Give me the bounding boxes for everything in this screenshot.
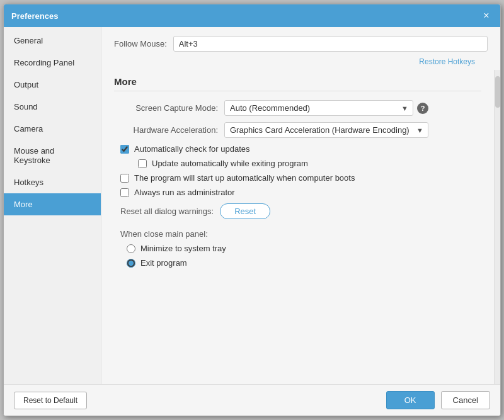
- dialog-title: Preferences: [11, 11, 58, 21]
- reset-dialog-button[interactable]: Reset: [220, 203, 270, 219]
- more-section: More Screen Capture Mode: Auto (Recommen…: [101, 70, 494, 285]
- reset-dialog-row: Reset all dialog warnings: Reset: [120, 203, 481, 219]
- hardware-acceleration-row: Hardware Acceleration: Graphics Card Acc…: [114, 122, 481, 138]
- hardware-acceleration-label: Hardware Acceleration:: [114, 125, 224, 135]
- scrollbar-thumb[interactable]: [495, 76, 500, 108]
- content-area: Follow Mouse: Restore Hotkeys More Scree…: [101, 27, 500, 384]
- startup-checkbox[interactable]: [120, 174, 129, 183]
- auto-check-updates-label: Automatically check for updates: [134, 144, 250, 154]
- auto-check-updates-checkbox[interactable]: [120, 145, 129, 154]
- when-close-label: When close main panel:: [120, 229, 481, 239]
- sidebar-item-more[interactable]: More: [4, 193, 101, 215]
- reset-dialog-label: Reset all dialog warnings:: [120, 207, 214, 216]
- screen-capture-dropdown-wrapper: Auto (Recommended) GDI DirectX/Direct3D …: [224, 100, 413, 116]
- follow-mouse-label: Follow Mouse:: [114, 39, 167, 48]
- follow-mouse-input[interactable]: [173, 36, 488, 52]
- content-scroll-wrapper: More Screen Capture Mode: Auto (Recommen…: [101, 70, 500, 384]
- cancel-button[interactable]: Cancel: [441, 391, 490, 409]
- hardware-acceleration-dropdown-wrapper: Graphics Card Acceleration (Hardware Enc…: [224, 122, 428, 138]
- startup-label: The program will start up automatically …: [134, 173, 355, 183]
- screen-capture-row: Screen Capture Mode: Auto (Recommended) …: [114, 100, 481, 116]
- restore-hotkeys-link[interactable]: Restore Hotkeys: [419, 57, 488, 66]
- sidebar-item-output[interactable]: Output: [4, 74, 101, 96]
- screen-capture-select[interactable]: Auto (Recommended) GDI DirectX/Direct3D: [224, 100, 413, 116]
- exit-label: Exit program: [140, 258, 187, 268]
- footer-right: OK Cancel: [386, 391, 490, 409]
- update-auto-checkbox[interactable]: [138, 159, 147, 168]
- dialog-body: General Recording Panel Output Sound Cam…: [4, 27, 500, 384]
- admin-checkbox[interactable]: [120, 188, 129, 197]
- ok-button[interactable]: OK: [386, 391, 435, 409]
- sidebar-item-recording-panel[interactable]: Recording Panel: [4, 52, 101, 74]
- auto-check-updates-row: Automatically check for updates: [114, 144, 481, 154]
- sidebar: General Recording Panel Output Sound Cam…: [4, 27, 101, 384]
- exit-radio-row: Exit program: [120, 258, 481, 268]
- exit-radio[interactable]: [127, 259, 135, 268]
- screen-capture-help-icon[interactable]: ?: [417, 103, 428, 114]
- sidebar-item-mouse-keystroke[interactable]: Mouse and Keystroke: [4, 140, 101, 171]
- screen-capture-dropdown-container: Auto (Recommended) GDI DirectX/Direct3D …: [224, 100, 428, 116]
- minimize-label: Minimize to system tray: [140, 244, 226, 253]
- footer-left: Reset to Default: [14, 392, 87, 409]
- minimize-radio-row: Minimize to system tray: [120, 244, 481, 253]
- sidebar-item-camera[interactable]: Camera: [4, 118, 101, 140]
- title-bar: Preferences ×: [4, 4, 500, 27]
- update-auto-row: Update automatically while exiting progr…: [114, 159, 481, 168]
- content-inner: More Screen Capture Mode: Auto (Recommen…: [101, 70, 494, 384]
- more-section-title: More: [114, 76, 481, 91]
- admin-row: Always run as administrator: [114, 188, 481, 197]
- screen-capture-label: Screen Capture Mode:: [114, 103, 224, 113]
- update-auto-label: Update automatically while exiting progr…: [152, 159, 308, 168]
- startup-row: The program will start up automatically …: [114, 173, 481, 183]
- hardware-acceleration-select[interactable]: Graphics Card Acceleration (Hardware Enc…: [224, 122, 428, 138]
- minimize-radio[interactable]: [127, 244, 135, 253]
- dialog-footer: Reset to Default OK Cancel: [4, 384, 500, 416]
- when-close-section: When close main panel: Minimize to syste…: [114, 229, 481, 268]
- admin-label: Always run as administrator: [134, 188, 235, 197]
- scrollbar-track: [494, 70, 500, 384]
- hotkeys-header: Follow Mouse:: [101, 27, 500, 57]
- preferences-dialog: Preferences × General Recording Panel Ou…: [3, 4, 501, 416]
- sidebar-item-general[interactable]: General: [4, 30, 101, 52]
- close-button[interactable]: ×: [480, 9, 493, 22]
- reset-default-button[interactable]: Reset to Default: [14, 392, 87, 409]
- sidebar-item-hotkeys[interactable]: Hotkeys: [4, 171, 101, 193]
- sidebar-item-sound[interactable]: Sound: [4, 96, 101, 118]
